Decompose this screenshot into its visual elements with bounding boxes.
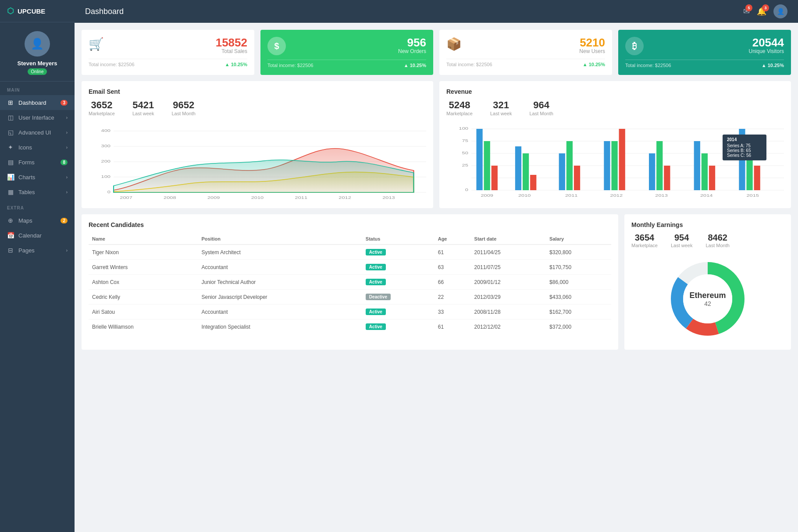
col-age: Age xyxy=(435,234,471,245)
new-users-footer-left: Total income: $22506 xyxy=(446,62,492,67)
notification-button[interactable]: 🔔 3 xyxy=(757,7,766,16)
email-marketplace-stat: 3652 Marketplace xyxy=(89,99,115,116)
cell-start-date: 2011/07/25 xyxy=(471,260,546,275)
avatar: 👤 xyxy=(25,31,50,57)
cell-salary: $372,000 xyxy=(546,319,611,334)
mail-badge: 5 xyxy=(745,4,752,11)
forms-icon: ▤ xyxy=(7,159,14,166)
svg-text:75: 75 xyxy=(462,138,468,143)
stat-card-new-orders: $ 956 New Orders Total income: $22506 ▲ … xyxy=(260,30,433,75)
new-users-growth: ▲ 10.25% xyxy=(583,62,605,67)
sidebar-label-tables: Tables xyxy=(18,189,35,195)
svg-rect-47 xyxy=(649,153,655,190)
cell-position: Accountant xyxy=(198,305,362,319)
svg-text:2009: 2009 xyxy=(481,193,493,198)
email-lastweek-value: 5421 xyxy=(132,99,154,111)
chevron-right-icon-4: › xyxy=(66,175,68,180)
area-chart: 400 300 200 100 0 2007 2008 2009 2010 20… xyxy=(89,122,426,201)
tooltip-series-a: Series A: 75 xyxy=(727,143,762,148)
earnings-card: Monthly Earnings 3654 Marketplace 954 La… xyxy=(624,214,791,350)
cell-salary: $162,700 xyxy=(546,305,611,319)
cell-name: Garrett Winters xyxy=(89,260,198,275)
sidebar-label-forms: Forms xyxy=(18,159,35,166)
sidebar-item-pages[interactable]: ⊟ Pages › xyxy=(0,243,75,258)
cell-salary: $170,750 xyxy=(546,260,611,275)
table-row: Tiger Nixon System Architect Active 61 2… xyxy=(89,245,611,260)
chevron-right-icon: › xyxy=(66,115,68,120)
notification-badge: 3 xyxy=(762,4,769,11)
svg-text:0: 0 xyxy=(107,190,110,194)
svg-text:100: 100 xyxy=(101,174,110,179)
svg-rect-55 xyxy=(754,166,760,190)
col-status: Status xyxy=(362,234,435,245)
svg-rect-39 xyxy=(523,153,529,190)
cart-icon: 🛒 xyxy=(89,37,104,51)
mail-button[interactable]: ✉ 5 xyxy=(743,7,750,16)
sidebar: ⬡ UPCUBE 👤 Steven Meyers Online Main ⊞ D… xyxy=(0,0,75,532)
revenue-stats: 5248 Marketplace 321 Last week 964 Last … xyxy=(446,99,784,116)
sidebar-logo[interactable]: ⬡ UPCUBE xyxy=(0,0,75,22)
svg-text:400: 400 xyxy=(101,128,110,133)
cell-start-date: 2009/01/12 xyxy=(471,275,546,290)
cell-position: Integration Specialist xyxy=(198,319,362,334)
advanced-ui-icon: ◱ xyxy=(7,129,14,136)
tables-icon: ▦ xyxy=(7,188,14,195)
sidebar-item-user-interface[interactable]: ◫ User Interface › xyxy=(0,110,75,125)
cell-age: 22 xyxy=(435,290,471,305)
main-area: Dashboard ✉ 5 🔔 3 👤 🛒 15852 Tota xyxy=(75,0,798,532)
sidebar-item-icons[interactable]: ✦ Icons › xyxy=(0,140,75,155)
revenue-marketplace-label: Marketplace xyxy=(446,111,473,116)
tooltip-series-c: Series C: 56 xyxy=(727,153,762,158)
svg-rect-38 xyxy=(515,146,521,190)
sidebar-item-advanced-ui[interactable]: ◱ Advanced UI › xyxy=(0,125,75,140)
bottom-row: Recent Candidates Name Position Status A… xyxy=(82,214,791,350)
svg-text:2007: 2007 xyxy=(120,195,132,200)
status-badge: Active xyxy=(366,279,386,285)
candidates-card: Recent Candidates Name Position Status A… xyxy=(82,214,618,350)
chart-tooltip: 2014 Series A: 75 Series B: 65 Series C:… xyxy=(723,135,766,160)
total-sales-growth: ▲ 10.25% xyxy=(225,62,247,67)
revenue-lastweek-value: 321 xyxy=(493,99,509,111)
email-sent-stats: 3652 Marketplace 5421 Last week 9652 Las… xyxy=(89,99,426,116)
chevron-right-icon-2: › xyxy=(66,130,68,135)
cell-status: Active xyxy=(362,305,435,319)
svg-text:2013: 2013 xyxy=(655,193,668,198)
sidebar-item-forms[interactable]: ▤ Forms 8 xyxy=(0,155,75,170)
table-row: Cedric Kelly Senior Javascript Developer… xyxy=(89,290,611,305)
svg-rect-51 xyxy=(702,153,708,190)
table-row: Garrett Winters Accountant Active 63 201… xyxy=(89,260,611,275)
sidebar-item-tables[interactable]: ▦ Tables › xyxy=(0,184,75,199)
cell-name: Cedric Kelly xyxy=(89,290,198,305)
cell-position: Accountant xyxy=(198,260,362,275)
revenue-marketplace-stat: 5248 Marketplace xyxy=(446,99,473,116)
cell-status: Active xyxy=(362,260,435,275)
cell-age: 61 xyxy=(435,319,471,334)
user-status: Online xyxy=(28,68,47,75)
user-name: Steven Meyers xyxy=(17,60,57,67)
earnings-lastmonth-stat: 8462 Last Month xyxy=(705,233,729,248)
header-avatar[interactable]: 👤 xyxy=(773,4,787,18)
cell-name: Tiger Nixon xyxy=(89,245,198,260)
sidebar-item-charts[interactable]: 📊 Charts › xyxy=(0,170,75,184)
svg-text:50: 50 xyxy=(462,151,468,155)
sidebar-label-user-interface: User Interface xyxy=(18,114,54,121)
sidebar-user: 👤 Steven Meyers Online xyxy=(0,22,75,82)
sidebar-item-calendar[interactable]: 📅 Calendar xyxy=(0,228,75,243)
sidebar-item-dashboard[interactable]: ⊞ Dashboard 3 xyxy=(0,95,75,110)
donut-chart: Ethereum 42 xyxy=(631,255,784,343)
new-users-label: New Users xyxy=(579,48,605,54)
candidates-title: Recent Candidates xyxy=(89,221,611,228)
bar-chart: 100 75 50 25 0 2009 2010 2011 2012 2013 … xyxy=(446,122,784,201)
email-lastweek-label: Last week xyxy=(132,111,154,116)
table-header: Name Position Status Age Start date Sala… xyxy=(89,234,611,245)
svg-rect-42 xyxy=(566,141,573,190)
cell-start-date: 2012/12/02 xyxy=(471,319,546,334)
total-sales-value: 15852 xyxy=(216,37,247,48)
logo-icon: ⬡ xyxy=(7,6,14,16)
box-icon: 📦 xyxy=(446,37,462,51)
sidebar-item-maps[interactable]: ⊕ Maps 2 xyxy=(0,213,75,228)
new-orders-label: New Orders xyxy=(398,48,426,54)
new-users-value: 5210 xyxy=(579,37,605,48)
tooltip-year: 2014 xyxy=(727,137,762,142)
cell-status: Active xyxy=(362,275,435,290)
